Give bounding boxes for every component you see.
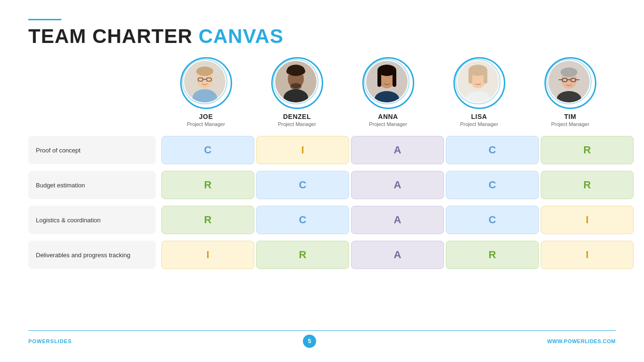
team-member-lisa: LISA Project Manager [434, 57, 525, 127]
slide: TEAM CHARTER CANVAS [0, 0, 644, 362]
cell-3-1: R [161, 206, 254, 234]
footer-brand: POWERSLIDES [28, 338, 72, 344]
avatar-anna [362, 57, 414, 109]
cell-1-2: I [256, 136, 349, 164]
avatar-denzel [271, 57, 323, 109]
svg-rect-21 [393, 70, 396, 87]
table-row-3: Logistics & coordination R C A C I [28, 204, 616, 236]
member-role-tim: Project Manager [551, 121, 589, 127]
cell-2-4: C [446, 171, 539, 199]
cell-1-1: C [161, 136, 254, 164]
cell-4-5: I [541, 241, 634, 269]
title-part1: TEAM CHARTER [28, 25, 199, 47]
table-row-2: Budget estimation R C A C R [28, 169, 616, 201]
member-role-denzel: Project Manager [278, 121, 316, 127]
cell-4-3: A [351, 241, 444, 269]
member-name-tim: TIM [564, 113, 577, 120]
cell-4-2: R [256, 241, 349, 269]
cells-row-4: I R A R I [160, 241, 635, 269]
cell-3-5: I [541, 206, 634, 234]
cell-3-3: A [351, 206, 444, 234]
cells-row-1: C I A C R [160, 136, 635, 164]
cell-4-1: I [161, 241, 254, 269]
team-member-denzel: DENZEL Project Manager [251, 57, 343, 127]
cell-1-4: C [446, 136, 539, 164]
avatar-face-tim [548, 61, 590, 102]
row-label-3: Logistics & coordination [28, 206, 156, 234]
table-row-4: Deliverables and progress tracking I R A… [28, 239, 616, 270]
cell-2-1: R [161, 171, 254, 199]
brand-part2: SLIDES [50, 338, 72, 344]
svg-rect-27 [484, 69, 487, 84]
avatar-face-anna [366, 61, 408, 102]
row-label-2: Budget estimation [28, 171, 156, 199]
raci-table: Proof of concept C I A C R Budget estima… [28, 135, 616, 325]
team-member-anna: ANNA Project Manager [343, 57, 434, 127]
row-label-1: Proof of concept [28, 136, 156, 164]
avatar-joe [180, 57, 232, 109]
cell-2-2: C [256, 171, 349, 199]
team-member-tim: TIM Project Manager [525, 57, 616, 127]
page-number: 5 [303, 335, 316, 348]
member-role-joe: Project Manager [187, 121, 225, 127]
svg-rect-26 [468, 69, 472, 84]
cell-2-3: A [351, 171, 444, 199]
slide-title: TEAM CHARTER CANVAS [28, 25, 616, 48]
svg-point-3 [196, 67, 213, 76]
cells-row-3: R C A C I [160, 206, 635, 234]
team-members-row: JOE Project Manager [28, 57, 616, 127]
member-name-denzel: DENZEL [283, 113, 311, 120]
table-row-1: Proof of concept C I A C R [28, 135, 616, 166]
cell-1-5: R [541, 136, 634, 164]
cells-row-2: R C A C R [160, 171, 635, 199]
member-role-lisa: Project Manager [460, 121, 498, 127]
footer: POWERSLIDES 5 WWW.POWERLIDES.COM [28, 330, 616, 348]
team-member-joe: JOE Project Manager [160, 57, 251, 127]
svg-rect-20 [377, 70, 381, 87]
member-name-anna: ANNA [378, 113, 398, 120]
row-label-4: Deliverables and progress tracking [28, 241, 156, 269]
footer-website: WWW.POWERLIDES.COM [547, 338, 616, 344]
header: TEAM CHARTER CANVAS [28, 19, 616, 48]
avatar-face-lisa [457, 61, 499, 102]
svg-point-13 [289, 67, 294, 72]
svg-point-15 [290, 83, 301, 90]
svg-point-31 [560, 67, 577, 77]
cell-3-4: C [446, 206, 539, 234]
header-accent-line [28, 19, 61, 20]
avatar-face-denzel [275, 61, 317, 102]
member-name-joe: JOE [199, 113, 213, 120]
member-role-anna: Project Manager [369, 121, 407, 127]
svg-point-14 [298, 67, 302, 72]
member-name-lisa: LISA [471, 113, 487, 120]
cell-3-2: C [256, 206, 349, 234]
cell-1-3: A [351, 136, 444, 164]
avatar-face-joe [184, 61, 226, 102]
avatar-tim [544, 57, 596, 109]
brand-part1: POWER [28, 338, 50, 344]
cell-4-4: R [446, 241, 539, 269]
cell-2-5: R [541, 171, 634, 199]
avatar-lisa [453, 57, 505, 109]
title-part2: CANVAS [199, 25, 284, 47]
